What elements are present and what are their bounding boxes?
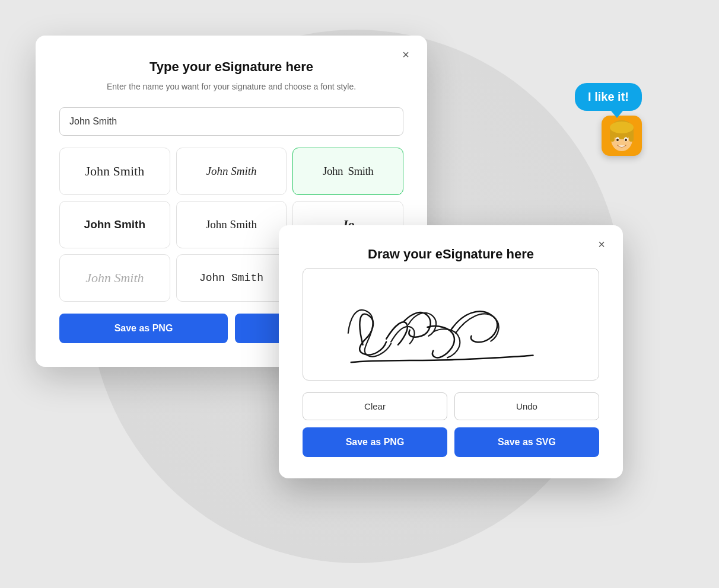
draw-save-actions: Save as PNG Save as SVG xyxy=(303,427,599,457)
font-option-bold[interactable]: John Smith xyxy=(59,201,170,248)
speech-bubble: I like it! xyxy=(575,83,642,111)
svg-point-8 xyxy=(616,139,619,141)
avatar xyxy=(602,116,642,156)
font-option-serif[interactable]: John Smith xyxy=(176,201,287,248)
clear-button[interactable]: Clear xyxy=(303,392,447,420)
signature-name-input[interactable] xyxy=(59,107,403,136)
draw-save-png-button[interactable]: Save as PNG xyxy=(303,427,447,457)
draw-modal-title: Draw your eSignature here xyxy=(303,247,599,262)
type-modal-subtitle: Enter the name you want for your signatu… xyxy=(59,81,403,93)
undo-button[interactable]: Undo xyxy=(454,392,599,420)
draw-save-svg-button[interactable]: Save as SVG xyxy=(454,427,599,457)
avatar-image xyxy=(603,117,641,155)
save-png-button[interactable]: Save as PNG xyxy=(59,314,228,343)
font-option-script1[interactable]: John Smith xyxy=(59,148,170,195)
svg-point-9 xyxy=(625,139,627,141)
svg-point-5 xyxy=(610,122,634,133)
type-modal-title: Type your eSignature here xyxy=(59,59,403,75)
chat-area: I like it! xyxy=(575,83,642,156)
font-option-script3[interactable]: John Smith xyxy=(292,148,403,195)
signature-canvas[interactable] xyxy=(303,268,599,381)
draw-secondary-actions: Clear Undo xyxy=(303,392,599,420)
font-option-mono[interactable]: John Smith xyxy=(176,254,287,302)
type-modal-close-button[interactable]: × xyxy=(396,45,415,64)
font-option-cursive[interactable]: John Smith xyxy=(59,254,170,302)
font-option-script2[interactable]: John Smith xyxy=(176,148,287,195)
draw-modal-close-button[interactable]: × xyxy=(592,235,611,254)
signature-drawing xyxy=(303,269,599,380)
draw-signature-modal: × Draw your eSignature here Clear Undo S… xyxy=(279,225,623,478)
